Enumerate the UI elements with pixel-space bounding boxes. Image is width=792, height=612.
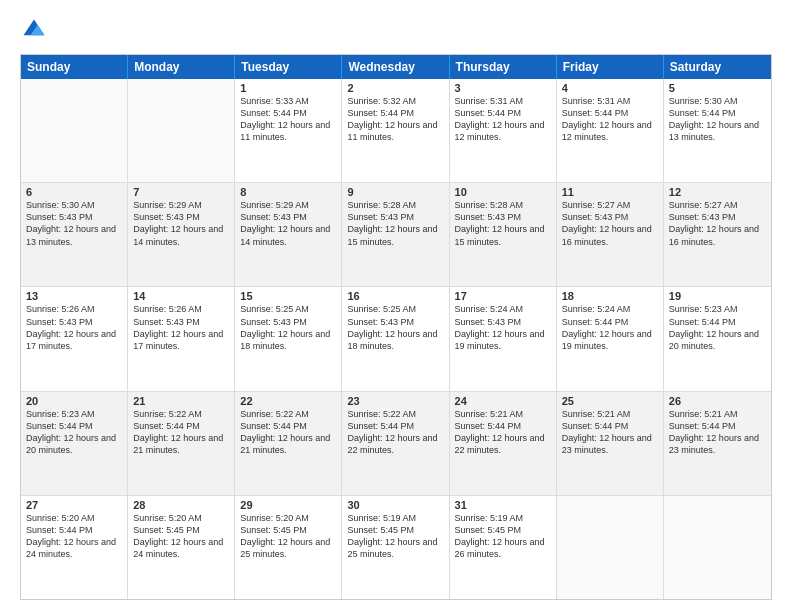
day-number: 23 <box>347 395 443 407</box>
header <box>20 16 772 44</box>
weekday-header-thursday: Thursday <box>450 55 557 79</box>
calendar-cell: 23Sunrise: 5:22 AM Sunset: 5:44 PM Dayli… <box>342 392 449 495</box>
day-number: 20 <box>26 395 122 407</box>
day-number: 2 <box>347 82 443 94</box>
weekday-header-tuesday: Tuesday <box>235 55 342 79</box>
day-number: 1 <box>240 82 336 94</box>
cell-sun-info: Sunrise: 5:28 AM Sunset: 5:43 PM Dayligh… <box>455 199 551 248</box>
day-number: 9 <box>347 186 443 198</box>
calendar-cell: 6Sunrise: 5:30 AM Sunset: 5:43 PM Daylig… <box>21 183 128 286</box>
weekday-header-saturday: Saturday <box>664 55 771 79</box>
calendar-cell: 19Sunrise: 5:23 AM Sunset: 5:44 PM Dayli… <box>664 287 771 390</box>
day-number: 30 <box>347 499 443 511</box>
cell-sun-info: Sunrise: 5:23 AM Sunset: 5:44 PM Dayligh… <box>26 408 122 457</box>
calendar-header: SundayMondayTuesdayWednesdayThursdayFrid… <box>21 55 771 79</box>
calendar-cell: 1Sunrise: 5:33 AM Sunset: 5:44 PM Daylig… <box>235 79 342 182</box>
cell-sun-info: Sunrise: 5:24 AM Sunset: 5:44 PM Dayligh… <box>562 303 658 352</box>
cell-sun-info: Sunrise: 5:30 AM Sunset: 5:43 PM Dayligh… <box>26 199 122 248</box>
day-number: 21 <box>133 395 229 407</box>
day-number: 6 <box>26 186 122 198</box>
calendar-cell <box>21 79 128 182</box>
calendar-cell: 24Sunrise: 5:21 AM Sunset: 5:44 PM Dayli… <box>450 392 557 495</box>
cell-sun-info: Sunrise: 5:31 AM Sunset: 5:44 PM Dayligh… <box>562 95 658 144</box>
calendar-cell: 14Sunrise: 5:26 AM Sunset: 5:43 PM Dayli… <box>128 287 235 390</box>
cell-sun-info: Sunrise: 5:25 AM Sunset: 5:43 PM Dayligh… <box>240 303 336 352</box>
calendar-cell: 25Sunrise: 5:21 AM Sunset: 5:44 PM Dayli… <box>557 392 664 495</box>
cell-sun-info: Sunrise: 5:20 AM Sunset: 5:44 PM Dayligh… <box>26 512 122 561</box>
day-number: 15 <box>240 290 336 302</box>
calendar-row-2: 6Sunrise: 5:30 AM Sunset: 5:43 PM Daylig… <box>21 182 771 286</box>
logo <box>20 16 52 44</box>
calendar-cell: 12Sunrise: 5:27 AM Sunset: 5:43 PM Dayli… <box>664 183 771 286</box>
cell-sun-info: Sunrise: 5:33 AM Sunset: 5:44 PM Dayligh… <box>240 95 336 144</box>
cell-sun-info: Sunrise: 5:28 AM Sunset: 5:43 PM Dayligh… <box>347 199 443 248</box>
calendar-cell: 21Sunrise: 5:22 AM Sunset: 5:44 PM Dayli… <box>128 392 235 495</box>
day-number: 5 <box>669 82 766 94</box>
calendar-cell <box>557 496 664 599</box>
cell-sun-info: Sunrise: 5:23 AM Sunset: 5:44 PM Dayligh… <box>669 303 766 352</box>
calendar-cell: 20Sunrise: 5:23 AM Sunset: 5:44 PM Dayli… <box>21 392 128 495</box>
calendar-cell: 11Sunrise: 5:27 AM Sunset: 5:43 PM Dayli… <box>557 183 664 286</box>
calendar-cell: 30Sunrise: 5:19 AM Sunset: 5:45 PM Dayli… <box>342 496 449 599</box>
day-number: 18 <box>562 290 658 302</box>
calendar-cell: 26Sunrise: 5:21 AM Sunset: 5:44 PM Dayli… <box>664 392 771 495</box>
calendar-cell: 16Sunrise: 5:25 AM Sunset: 5:43 PM Dayli… <box>342 287 449 390</box>
cell-sun-info: Sunrise: 5:19 AM Sunset: 5:45 PM Dayligh… <box>455 512 551 561</box>
cell-sun-info: Sunrise: 5:20 AM Sunset: 5:45 PM Dayligh… <box>133 512 229 561</box>
calendar-cell: 2Sunrise: 5:32 AM Sunset: 5:44 PM Daylig… <box>342 79 449 182</box>
weekday-header-wednesday: Wednesday <box>342 55 449 79</box>
day-number: 24 <box>455 395 551 407</box>
calendar-cell: 22Sunrise: 5:22 AM Sunset: 5:44 PM Dayli… <box>235 392 342 495</box>
calendar-row-5: 27Sunrise: 5:20 AM Sunset: 5:44 PM Dayli… <box>21 495 771 599</box>
day-number: 22 <box>240 395 336 407</box>
day-number: 16 <box>347 290 443 302</box>
calendar-cell: 15Sunrise: 5:25 AM Sunset: 5:43 PM Dayli… <box>235 287 342 390</box>
day-number: 8 <box>240 186 336 198</box>
day-number: 31 <box>455 499 551 511</box>
calendar-cell: 5Sunrise: 5:30 AM Sunset: 5:44 PM Daylig… <box>664 79 771 182</box>
calendar-cell: 27Sunrise: 5:20 AM Sunset: 5:44 PM Dayli… <box>21 496 128 599</box>
day-number: 29 <box>240 499 336 511</box>
cell-sun-info: Sunrise: 5:27 AM Sunset: 5:43 PM Dayligh… <box>562 199 658 248</box>
cell-sun-info: Sunrise: 5:22 AM Sunset: 5:44 PM Dayligh… <box>240 408 336 457</box>
day-number: 7 <box>133 186 229 198</box>
cell-sun-info: Sunrise: 5:21 AM Sunset: 5:44 PM Dayligh… <box>562 408 658 457</box>
calendar: SundayMondayTuesdayWednesdayThursdayFrid… <box>20 54 772 600</box>
cell-sun-info: Sunrise: 5:21 AM Sunset: 5:44 PM Dayligh… <box>669 408 766 457</box>
cell-sun-info: Sunrise: 5:25 AM Sunset: 5:43 PM Dayligh… <box>347 303 443 352</box>
page: SundayMondayTuesdayWednesdayThursdayFrid… <box>0 0 792 612</box>
calendar-cell: 10Sunrise: 5:28 AM Sunset: 5:43 PM Dayli… <box>450 183 557 286</box>
cell-sun-info: Sunrise: 5:32 AM Sunset: 5:44 PM Dayligh… <box>347 95 443 144</box>
day-number: 4 <box>562 82 658 94</box>
calendar-cell: 4Sunrise: 5:31 AM Sunset: 5:44 PM Daylig… <box>557 79 664 182</box>
cell-sun-info: Sunrise: 5:26 AM Sunset: 5:43 PM Dayligh… <box>26 303 122 352</box>
day-number: 28 <box>133 499 229 511</box>
calendar-cell: 28Sunrise: 5:20 AM Sunset: 5:45 PM Dayli… <box>128 496 235 599</box>
weekday-header-monday: Monday <box>128 55 235 79</box>
cell-sun-info: Sunrise: 5:31 AM Sunset: 5:44 PM Dayligh… <box>455 95 551 144</box>
day-number: 3 <box>455 82 551 94</box>
day-number: 19 <box>669 290 766 302</box>
day-number: 27 <box>26 499 122 511</box>
calendar-cell <box>664 496 771 599</box>
calendar-cell: 29Sunrise: 5:20 AM Sunset: 5:45 PM Dayli… <box>235 496 342 599</box>
weekday-header-friday: Friday <box>557 55 664 79</box>
day-number: 26 <box>669 395 766 407</box>
calendar-cell: 31Sunrise: 5:19 AM Sunset: 5:45 PM Dayli… <box>450 496 557 599</box>
day-number: 25 <box>562 395 658 407</box>
day-number: 13 <box>26 290 122 302</box>
logo-icon <box>20 16 48 44</box>
calendar-cell: 9Sunrise: 5:28 AM Sunset: 5:43 PM Daylig… <box>342 183 449 286</box>
cell-sun-info: Sunrise: 5:22 AM Sunset: 5:44 PM Dayligh… <box>347 408 443 457</box>
calendar-cell: 7Sunrise: 5:29 AM Sunset: 5:43 PM Daylig… <box>128 183 235 286</box>
day-number: 17 <box>455 290 551 302</box>
calendar-cell: 8Sunrise: 5:29 AM Sunset: 5:43 PM Daylig… <box>235 183 342 286</box>
cell-sun-info: Sunrise: 5:27 AM Sunset: 5:43 PM Dayligh… <box>669 199 766 248</box>
calendar-cell <box>128 79 235 182</box>
weekday-header-sunday: Sunday <box>21 55 128 79</box>
cell-sun-info: Sunrise: 5:29 AM Sunset: 5:43 PM Dayligh… <box>133 199 229 248</box>
day-number: 14 <box>133 290 229 302</box>
calendar-row-4: 20Sunrise: 5:23 AM Sunset: 5:44 PM Dayli… <box>21 391 771 495</box>
calendar-body: 1Sunrise: 5:33 AM Sunset: 5:44 PM Daylig… <box>21 79 771 599</box>
day-number: 10 <box>455 186 551 198</box>
